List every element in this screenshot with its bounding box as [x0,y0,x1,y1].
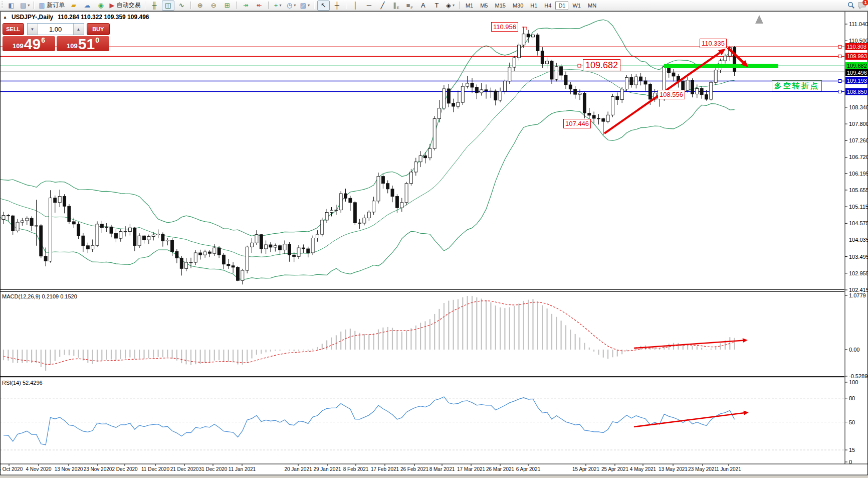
macd-trend-arrow[interactable] [634,338,748,348]
horizontal-line-icon[interactable]: ─ [363,1,375,11]
sell-button[interactable]: SELL [3,23,24,35]
volume-input[interactable]: 1.00 [38,24,73,35]
price-label-recent-high[interactable]: 110.335 [700,39,727,48]
equidistant-channel-icon[interactable]: ∥E [390,1,402,11]
timeframe-mn[interactable]: MN [585,1,599,10]
templates-button[interactable]: ▨▾ [299,1,311,11]
label-handle[interactable] [578,64,581,67]
line-chart-icon[interactable]: ∿ [175,1,188,11]
bollinger-bands [0,20,735,279]
indicators-button[interactable]: +▾ [272,1,284,11]
timeframe-m15[interactable]: M15 [492,1,508,10]
line-handle[interactable] [838,55,841,58]
timeframe-m30[interactable]: M30 [510,1,526,10]
price-label-minor-low[interactable]: 108.556 [658,90,685,99]
collapse-icon[interactable]: ▲ [3,15,7,20]
profiles-icon-glyph: ▤ [20,2,26,9]
timeframe-m5[interactable]: M5 [477,1,491,10]
sell-price-button[interactable]: 109496 [3,36,55,51]
date-label: 21 Dec 2020 [170,466,199,472]
zoom-in-icon[interactable]: ⊕ [194,1,206,11]
zoom-out-icon[interactable]: ⊖ [207,1,220,11]
chart-shift-marker[interactable] [755,15,763,24]
search-icon[interactable] [847,2,855,9]
price-axis-label: 102.955 [849,270,868,276]
cursor-icon[interactable]: ↖ [317,1,330,11]
price-axis-label: 111.040 [849,21,868,27]
candlestick-chart-icon[interactable]: ◫ [162,1,174,11]
new-order-glyph: ▥ [39,2,45,9]
tile-windows-icon[interactable]: ⊞ [221,1,234,11]
auto-trading-button[interactable]: ▶自动交易 [108,1,142,11]
buy-price-big: 51 [78,37,95,51]
sell-price-big: 49 [24,37,41,51]
chart-canvas[interactable] [0,0,868,478]
auto-trading-button-label: 自动交易 [117,1,141,10]
text-label-icon[interactable]: T [430,1,443,11]
bar-chart-icon[interactable]: ╫ [148,1,161,11]
dropdown-caret-icon: ▾ [308,3,310,8]
market-icon[interactable]: ☁ [81,1,94,11]
text-icon[interactable]: A [417,1,429,11]
price-axis-label: 107.800 [849,121,868,127]
price-label-swing-low[interactable]: 107.446 [563,119,591,128]
date-label: 23 May 2021 [688,466,717,472]
buy-price-button[interactable]: 109510 [57,36,109,51]
trendline-icon-glyph: ╱ [381,2,385,9]
macd-axis-label: 1.0779 [849,292,866,298]
timeframe-h4[interactable]: H4 [541,1,554,10]
line-handle[interactable] [838,45,841,48]
candlestick-chart-icon-glyph: ◫ [165,2,171,9]
buy-button[interactable]: BUY [87,23,110,35]
arrows-button[interactable]: ◈▾ [444,1,457,11]
turning-point-label[interactable]: 多空转折点 [772,80,822,91]
new-chart-icon-glyph: ◧ [8,2,14,9]
indicators-glyph: + [274,2,278,9]
chart-shift-icon[interactable]: ↞ [253,1,266,11]
volume-increase-button[interactable]: ▲ [73,24,84,35]
chart-shift-icon-glyph: ↞ [257,2,262,9]
date-label: 23 Nov 2020 [84,466,112,472]
signals-icon[interactable]: ◉ [95,1,107,11]
arrows-glyph: ◈ [446,2,451,9]
tile-windows-icon-glyph: ⊞ [225,2,230,9]
chat-icon[interactable]: 1 [858,2,866,9]
periods-button[interactable]: ◷▾ [285,1,298,11]
timeframe-h1[interactable]: H1 [527,1,540,10]
line-handle[interactable] [838,80,841,83]
crosshair-icon-glyph: ┼ [335,2,339,9]
crosshair-icon[interactable]: ┼ [331,1,343,11]
price-axis-label: 106.720 [849,154,868,160]
timeframe-d1[interactable]: D1 [555,1,568,10]
price-badge-109.993: 109.993 [845,53,868,60]
new-order-button[interactable]: ▥新订单 [37,1,66,11]
fibonacci-icon[interactable]: ≡F [403,1,416,11]
zoom-out-icon-glyph: ⊖ [211,2,216,9]
dropdown-caret-icon: ▾ [279,3,281,8]
price-label-resistance[interactable]: 109.682 [583,59,620,71]
rsi-line [4,397,735,445]
buy-price-sup: 0 [95,36,99,44]
price-label-high[interactable]: 110.956 [491,22,518,32]
gold-icon[interactable]: ▰ [68,1,80,11]
rsi-axis-label: 50 [849,419,855,425]
sell-price-sup: 6 [41,36,45,44]
line-handle[interactable] [838,90,841,93]
timeframe-w1[interactable]: W1 [569,1,584,10]
vertical-line-icon[interactable]: │ [349,1,362,11]
date-label: 1 Jun 2021 [716,466,741,472]
date-label: 4 Nov 2020 [26,466,51,472]
ohlc-values: 110.284 110.322 109.359 109.496 [58,14,149,21]
green-zone-bar[interactable] [664,64,778,69]
profiles-icon[interactable]: ▤▾ [19,1,31,11]
timeframe-m1[interactable]: M1 [463,1,476,10]
auto-scroll-icon[interactable]: ↠ [240,1,252,11]
bar-chart-icon-glyph: ╫ [152,2,157,9]
dropdown-caret-icon: ▾ [28,3,30,8]
trendline-icon[interactable]: ╱ [376,1,389,11]
volume-decrease-button[interactable]: ▼ [28,24,38,35]
line-chart-icon-glyph: ∿ [179,2,184,9]
toolbar-separator [314,2,315,9]
new-chart-icon[interactable]: ◧ [5,1,18,11]
price-badge-109.496: 109.496 [845,69,868,76]
